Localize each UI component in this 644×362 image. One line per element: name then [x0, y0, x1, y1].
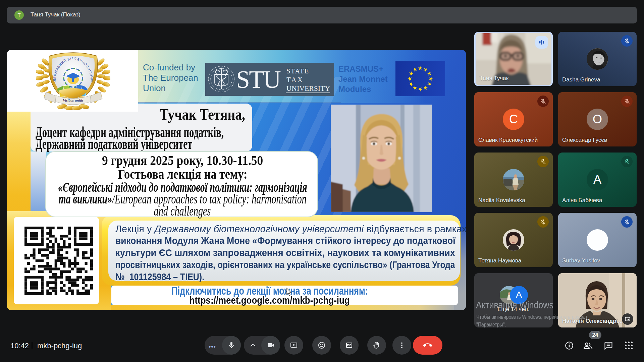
svg-text:STATE: STATE [286, 67, 309, 75]
svg-text:UNIVERSITY: UNIVERSITY [286, 84, 330, 93]
svg-text:STU: STU [236, 66, 281, 93]
svg-text:Viribus unitis: Viribus unitis [63, 98, 83, 102]
svg-text:TAX: TAX [286, 76, 303, 84]
